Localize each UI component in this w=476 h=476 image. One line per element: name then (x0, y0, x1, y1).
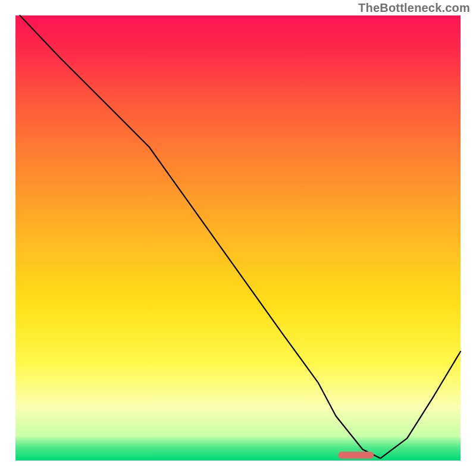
plot-background (15, 15, 461, 461)
chart-container: TheBottleneck.com (0, 0, 476, 476)
watermark-label: TheBottleneck.com (358, 1, 470, 15)
marker-optimal-range (338, 452, 374, 459)
bottleneck-chart (0, 0, 476, 476)
